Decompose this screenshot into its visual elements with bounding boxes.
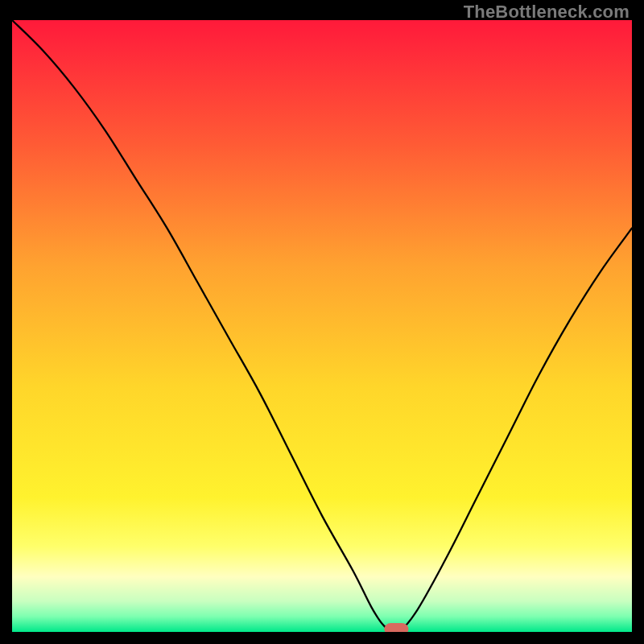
bottleneck-chart bbox=[12, 20, 632, 632]
watermark-label: TheBottleneck.com bbox=[464, 2, 630, 23]
optimum-marker bbox=[384, 623, 408, 632]
gradient-background bbox=[12, 20, 632, 632]
chart-frame bbox=[12, 20, 632, 632]
